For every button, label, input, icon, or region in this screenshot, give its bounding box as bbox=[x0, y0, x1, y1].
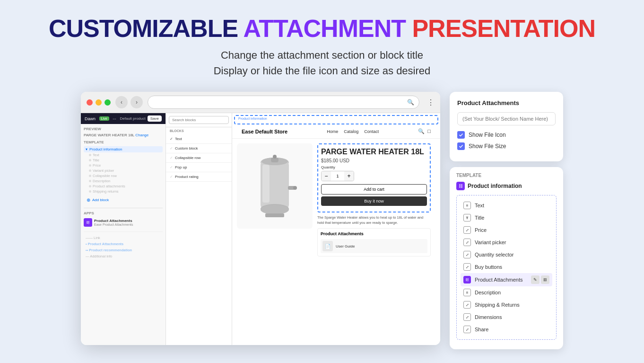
add-block-label: Add block bbox=[92, 198, 109, 202]
attachment-item[interactable]: 📄 User Guide bbox=[321, 239, 427, 253]
block-item-6[interactable]: Description bbox=[87, 178, 163, 184]
nav-catalog[interactable]: Catalog bbox=[344, 129, 358, 134]
attachment-grid-button[interactable]: ⊞ bbox=[541, 275, 549, 284]
text-block-icon: ≡ bbox=[463, 202, 471, 209]
template-item-text[interactable]: ≡ Text bbox=[461, 199, 552, 212]
template-item-description[interactable]: ≡ Description bbox=[461, 286, 552, 299]
section-name-input[interactable] bbox=[457, 112, 556, 125]
block-popup[interactable]: ✓ Pop up bbox=[166, 163, 232, 172]
template-items-container: ≡ Text T Title ⤢ Price ⤢ Variant picker bbox=[456, 195, 557, 340]
template-item-variant-picker[interactable]: ⤢ Variant picker bbox=[461, 236, 552, 248]
template-section-label: TEMPLATE bbox=[456, 173, 557, 178]
app-item[interactable]: ⛓ Product Attachments Ease Product Attac… bbox=[84, 217, 163, 228]
block-item-7[interactable]: Product attachments bbox=[87, 184, 163, 189]
product-highlight-box: PARGE WATER HEATER 18L $185.00 USD Quant… bbox=[317, 143, 431, 212]
nav-home[interactable]: Home bbox=[327, 129, 338, 134]
attachments-section: Product Attachments 📄 User Guide bbox=[317, 228, 431, 257]
search-icon[interactable]: 🔍 bbox=[418, 128, 425, 134]
block-item-8[interactable]: Shipping returns bbox=[87, 189, 163, 194]
browser-bar: ‹ › 🔍 ⋮ bbox=[81, 92, 440, 113]
title-part3: PRESENTATION bbox=[412, 15, 595, 42]
template-item-share-label: Share bbox=[475, 327, 488, 332]
attachment-edit-button[interactable]: ✎ bbox=[531, 275, 540, 284]
description-block-icon: ≡ bbox=[463, 289, 471, 296]
template-item-title[interactable]: T Title bbox=[461, 212, 552, 224]
hero-title: CUSTOMIZABLE ATTACHMENT PRESENTATION bbox=[49, 14, 595, 43]
topbar-right: Default product Save bbox=[120, 115, 162, 122]
block-item-5[interactable]: Collapsible row bbox=[87, 173, 163, 178]
check-icon-2: ✓ bbox=[170, 146, 173, 151]
show-file-icon-checkbox[interactable] bbox=[457, 131, 465, 139]
app-name: Product Attachments bbox=[94, 219, 133, 223]
dimensions-icon: ⤢ bbox=[463, 313, 471, 321]
highlight-label: Product information bbox=[237, 117, 269, 120]
topbar-dots: ··· bbox=[113, 116, 116, 121]
topbar-product: Default product bbox=[120, 116, 145, 121]
template-item-product-attachments[interactable]: ⛓ Product Attachments ✎ ⊞ bbox=[461, 273, 552, 286]
theme-name: Dawn bbox=[85, 116, 96, 121]
check-icon-3: ✓ bbox=[170, 156, 173, 160]
block-item-2[interactable]: Title bbox=[87, 158, 163, 163]
maximize-dot[interactable] bbox=[104, 99, 111, 106]
template-item-attachments-label: Product Attachments bbox=[475, 277, 523, 283]
block-item-3[interactable]: Price bbox=[87, 163, 163, 168]
add-to-cart-button[interactable]: Add to cart bbox=[321, 184, 427, 195]
check-icon-4: ✓ bbox=[170, 165, 173, 169]
close-dot[interactable] bbox=[87, 99, 93, 106]
browser-nav: ‹ › bbox=[115, 96, 143, 108]
sidebar-block-list: Text Title Price Variant picker Collapsi… bbox=[87, 152, 163, 194]
template-label: TEMPLATE bbox=[84, 140, 163, 144]
quantity-decrease[interactable]: − bbox=[322, 171, 331, 181]
template-item-dimensions-label: Dimensions bbox=[475, 314, 502, 320]
title-part2: ATTACHMENT bbox=[244, 15, 406, 42]
template-item-price[interactable]: ⤢ Price bbox=[461, 224, 552, 236]
bottom-item-1[interactable]: —— Link bbox=[84, 235, 163, 241]
add-block-button[interactable]: ⊕ Add block bbox=[84, 196, 163, 204]
product-details: PARGE WATER HEATER 18L $185.00 USD Quant… bbox=[313, 143, 435, 257]
change-link[interactable]: Change bbox=[135, 133, 148, 137]
browser-menu-button[interactable]: ⋮ bbox=[427, 98, 435, 107]
search-blocks-input[interactable] bbox=[169, 116, 229, 124]
store-nav: Ease Default Store Home Catalog Contact … bbox=[232, 124, 440, 139]
block-item-1[interactable]: Text bbox=[87, 152, 163, 158]
block-rating[interactable]: ✓ Product rating bbox=[166, 172, 232, 182]
check-mark-icon bbox=[459, 133, 463, 137]
address-bar[interactable]: 🔍 bbox=[148, 96, 419, 109]
quantity-increase[interactable]: + bbox=[344, 171, 354, 181]
buy-now-button[interactable]: Buy it now bbox=[321, 196, 427, 206]
template-item-shipping-returns[interactable]: ⤢ Shipping & Returns bbox=[461, 299, 552, 311]
minimize-dot[interactable] bbox=[96, 99, 102, 106]
sidebar-product-info[interactable]: ▾ Product information bbox=[84, 146, 163, 152]
block-item-4[interactable]: Variant picker bbox=[87, 168, 163, 173]
template-item-quantity-selector[interactable]: ⤢ Quantity selector bbox=[461, 248, 552, 261]
show-file-size-checkbox[interactable] bbox=[457, 142, 465, 150]
store-product: PARGE WATER HEATER 18L $185.00 USD Quant… bbox=[232, 139, 440, 261]
bottom-item-3[interactable]: •• Product recommendation bbox=[84, 247, 163, 253]
product-attachments-block-icon: ⛓ bbox=[463, 276, 471, 283]
store-nav-icons: 🔍 □ bbox=[418, 128, 431, 134]
template-item-share[interactable]: ⤢ Share bbox=[461, 323, 552, 336]
block-custom[interactable]: ✓ Custom block bbox=[166, 144, 232, 153]
nav-contact[interactable]: Contact bbox=[364, 129, 379, 134]
title-part1: CUSTOMIZABLE bbox=[49, 15, 238, 42]
shipping-returns-icon: ⤢ bbox=[463, 301, 471, 309]
check-icon-5: ✓ bbox=[170, 175, 173, 179]
back-button[interactable]: ‹ bbox=[115, 96, 128, 108]
cart-icon[interactable]: □ bbox=[427, 128, 431, 134]
template-item-buy-buttons[interactable]: ⤢ Buy buttons bbox=[461, 261, 552, 273]
save-button[interactable]: Save bbox=[148, 115, 162, 122]
quantity-selector-icon: ⤢ bbox=[463, 251, 471, 258]
editor-sidebar: Dawn Live ··· Default product Save PREVI… bbox=[81, 113, 166, 345]
template-item-actions: ✎ ⊞ bbox=[531, 275, 549, 284]
svg-rect-3 bbox=[262, 165, 270, 203]
block-collapsible[interactable]: ✓ Collapsible row bbox=[166, 153, 232, 163]
bottom-item-2[interactable]: • Product Attachments bbox=[84, 241, 163, 247]
title-block-icon: T bbox=[463, 214, 471, 221]
bottom-item-4[interactable]: — Additional info bbox=[84, 253, 163, 259]
live-badge: Live bbox=[99, 116, 109, 121]
template-item-dimensions[interactable]: ⤢ Dimensions bbox=[461, 311, 552, 323]
template-item-text-label: Text bbox=[475, 203, 484, 208]
template-section-header: ⛓ Product information bbox=[456, 182, 557, 190]
forward-button[interactable]: › bbox=[131, 96, 143, 108]
block-text[interactable]: ✓ Text bbox=[166, 134, 232, 144]
